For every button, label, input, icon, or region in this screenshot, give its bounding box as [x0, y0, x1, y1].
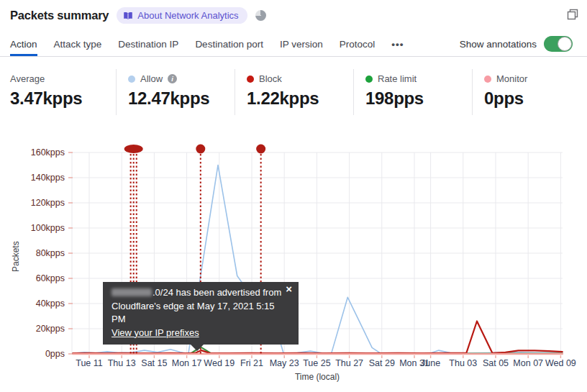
show-annotations-label: Show annotations [460, 39, 537, 50]
tooltip-arrow [190, 344, 204, 351]
y-tick-label: 60kpps [36, 273, 65, 283]
tab-action[interactable]: Action [10, 39, 37, 56]
annotation-marker[interactable] [256, 145, 265, 154]
x-axis-label: Time (local) [72, 372, 563, 382]
close-icon[interactable]: × [286, 283, 292, 295]
tab-destination-port[interactable]: Destination port [195, 39, 263, 56]
x-tick-label: Wed 09 [545, 358, 576, 368]
stat-average: Average 3.47kpps [0, 69, 116, 115]
y-tick-label: 80kpps [36, 248, 65, 258]
stat-value: 12.47kpps [128, 88, 235, 109]
stat-label: Rate limit [378, 73, 417, 84]
x-tick-label: Sat 05 [483, 358, 509, 368]
tab-ip-version[interactable]: IP version [280, 39, 323, 56]
annotation-marker[interactable] [124, 145, 143, 153]
y-tick-label: 20kpps [36, 324, 65, 334]
y-axis-label: Packets [11, 241, 21, 272]
x-tick-label: Tue 25 [303, 358, 331, 368]
annotation-marker[interactable] [196, 145, 205, 154]
x-tick-label: Sat 29 [369, 358, 395, 368]
x-tick-label: Thu 13 [108, 358, 136, 368]
tooltip-line-2: Cloudflare's edge at May 17, 2021 5:15 P… [112, 300, 290, 327]
more-tabs-ellipsis-icon[interactable]: ••• [391, 39, 404, 56]
x-tick-label: Fri 21 [240, 358, 263, 368]
block-legend-dot [247, 76, 254, 83]
x-tick-label: Thu 27 [335, 358, 363, 368]
x-tick-label: Sat 15 [141, 358, 167, 368]
about-network-analytics-badge[interactable]: About Network Analytics [117, 7, 247, 24]
show-annotations-toggle[interactable] [544, 36, 573, 52]
pop-out-icon[interactable] [567, 9, 578, 20]
info-icon[interactable]: i [168, 74, 177, 83]
redacted-ip-prefix [112, 288, 152, 296]
tab-protocol[interactable]: Protocol [340, 39, 376, 56]
x-tick-label: Mon 07 [513, 358, 543, 368]
stat-allow: Allow i 12.47kpps [116, 69, 235, 115]
stat-block: Block 1.22kpps [235, 69, 353, 115]
x-tick-label: June [421, 358, 440, 368]
badge-label: About Network Analytics [137, 10, 238, 21]
view-ip-prefixes-link[interactable]: View your IP prefixes [112, 327, 199, 338]
book-icon [123, 12, 133, 20]
stat-label: Block [259, 73, 282, 84]
stat-value: 0pps [484, 88, 587, 109]
stat-label: Monitor [496, 73, 527, 84]
series-rate-limit [73, 347, 562, 353]
y-tick-label: 100kpps [31, 223, 65, 233]
stat-value: 1.22kpps [247, 88, 353, 109]
breakdown-tabs: Action Attack type Destination IP Destin… [0, 33, 587, 57]
tooltip-line-1: .0/24 has been advertised from [112, 286, 290, 300]
y-tick-label: 160kpps [31, 147, 65, 158]
stat-label: Allow [140, 73, 163, 84]
x-tick-label: May 23 [270, 358, 299, 368]
stats-row: Average 3.47kpps Allow i 12.47kpps Block… [0, 69, 587, 115]
toggle-knob [558, 37, 572, 51]
x-tick-label: Wed 19 [204, 358, 235, 368]
x-tick-label: Thu 03 [449, 358, 477, 368]
stat-rate-limit: Rate limit 198pps [353, 69, 472, 115]
stat-label: Average [10, 73, 45, 84]
tab-attack-type[interactable]: Attack type [54, 39, 102, 56]
stat-value: 3.47kpps [10, 88, 116, 109]
allow-legend-dot [128, 76, 135, 83]
x-tick-label: Mon 31 [399, 358, 429, 368]
y-tick-label: 40kpps [36, 298, 65, 309]
stat-monitor: Monitor 0pps [472, 69, 587, 115]
y-tick-label: 140kpps [31, 173, 65, 183]
monitor-legend-dot [484, 76, 491, 83]
stat-value: 198pps [365, 88, 472, 109]
y-tick-label: 120kpps [31, 198, 65, 208]
page-header: Packets summary About Network Analytics [10, 7, 266, 24]
x-tick-label: Tue 11 [76, 358, 103, 368]
rate-limit-legend-dot [365, 76, 373, 83]
pie-progress-icon [255, 10, 266, 21]
annotation-tooltip: × .0/24 has been advertised from Cloudfl… [103, 282, 299, 345]
y-tick-label: 0pps [45, 349, 65, 359]
tab-destination-ip[interactable]: Destination IP [118, 39, 178, 56]
page-title: Packets summary [10, 9, 109, 22]
x-tick-label: Mon 17 [172, 358, 202, 368]
